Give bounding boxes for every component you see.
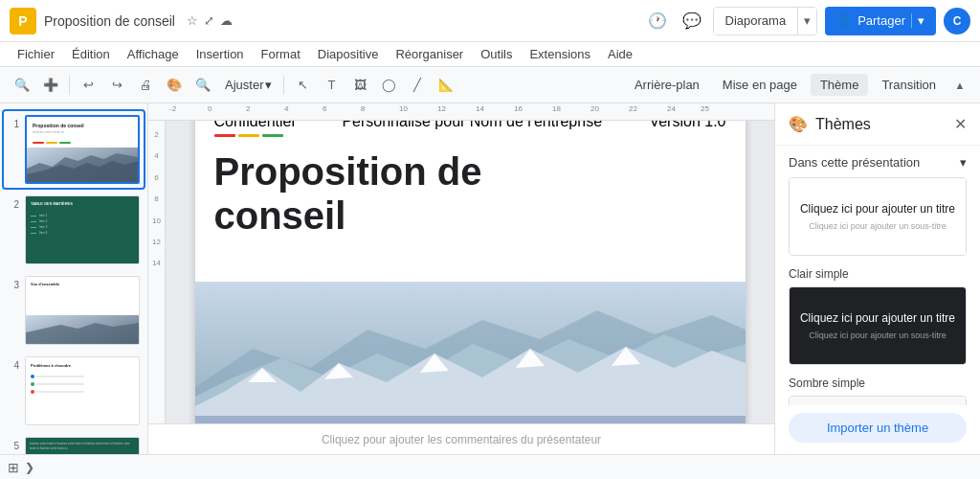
canvas-with-ruler: 2 4 6 8 10 12 14 Confidentiel Personnali… (148, 121, 774, 423)
share-dropdown-arrow[interactable]: ▾ (911, 13, 924, 28)
theme-light-sub: Cliquez ici pour ajouter un sous-titre (809, 221, 947, 231)
grid-icon[interactable]: ⊞ (8, 460, 19, 475)
comments-placeholder: Cliquez pour ajouter les commentaires du… (322, 433, 601, 446)
theme-preview-minimal: Cliquez ici pour ajouter un titre (790, 397, 966, 405)
top-bar: P Proposition de conseil ☆ ⤢ ☁ 🕐 💬 Diapo… (0, 0, 980, 42)
slide-item-5[interactable]: 5 Insérez votre texte ici Insérez votre … (4, 433, 144, 454)
star-icon[interactable]: ☆ (187, 13, 198, 28)
history-button[interactable]: 🕐 (644, 8, 671, 34)
theme-card-light[interactable]: Cliquez ici pour ajouter un titre Clique… (789, 177, 967, 256)
slide-thumb-1: Proposition de conseil Insérez votre tex… (25, 115, 140, 184)
slide-number-3: 3 (8, 280, 19, 290)
zoom-in-button[interactable]: 🔍 (10, 73, 34, 98)
slide-item-3[interactable]: 3 Vue d'ensemble (4, 272, 144, 349)
slide-item-1[interactable]: 1 Proposition de conseil Insérez votre t… (4, 111, 144, 188)
theme-label-dark: Sombre simple (789, 373, 967, 396)
menu-item-extensions[interactable]: Extensions (522, 45, 598, 63)
move-icon[interactable]: ⤢ (204, 13, 214, 28)
print-button[interactable]: 🖨 (133, 73, 158, 98)
app-icon: P (10, 8, 36, 34)
share-button[interactable]: 👤 Partager ▾ (825, 7, 936, 35)
slide-header-right: Version 1.0 (649, 121, 725, 130)
slide-canvas-wrap: Confidentiel Personnalisé pour Nom de l'… (166, 121, 774, 423)
slide-thumb-2: TABLE DES MATIÈRES Item 1 Item 2 Item 3 … (25, 195, 140, 264)
comment-tool[interactable]: 📐 (434, 73, 458, 98)
zoom-selector[interactable]: Ajuster ▾ (219, 76, 278, 94)
slide-title-line1: Proposition de (214, 149, 482, 194)
menu-item-affichage[interactable]: Affichage (120, 45, 187, 63)
slide-accent-line (214, 134, 283, 137)
themes-body: Dans cette présentation ▾ Cliquez ici po… (775, 146, 980, 405)
toolbar-tab-arriere-plan[interactable]: Arrière-plan (625, 74, 709, 96)
slide-number-2: 2 (8, 199, 19, 210)
slide-thumb-5: Insérez votre texte ici Insérez votre te… (25, 437, 140, 454)
slide-item-4[interactable]: 4 Problèmes à résoudre (4, 353, 144, 429)
accent-red (214, 134, 235, 137)
themes-section-arrow: ▾ (960, 155, 967, 170)
slideshow-arrow-button[interactable]: ▾ (797, 8, 816, 34)
toolbar-divider-1 (69, 76, 70, 95)
menu-item-reorganiser[interactable]: Réorganiser (388, 45, 471, 63)
shape-tool[interactable]: ◯ (376, 73, 401, 98)
theme-dark-title: Cliquez ici pour ajouter un titre (800, 311, 955, 327)
menu-bar: Fichier Édition Affichage Insertion Form… (0, 42, 980, 67)
theme-preview-light: Cliquez ici pour ajouter un titre Clique… (790, 178, 966, 255)
share-icon: 👤 (836, 13, 852, 28)
menu-item-insertion[interactable]: Insertion (189, 45, 252, 63)
themes-footer: Importer un thème (775, 405, 980, 454)
theme-dark-sub: Cliquez ici pour ajouter un sous-titre (809, 331, 947, 340)
menu-item-aide[interactable]: Aide (600, 45, 640, 63)
ruler-horizontal: -2 0 2 4 6 8 10 12 14 16 18 20 22 24 25 (148, 103, 774, 121)
toolbar-tab-transition[interactable]: Transition (872, 74, 946, 96)
redo-button[interactable]: ↪ (104, 73, 129, 98)
comments-bar[interactable]: Cliquez pour ajouter les commentaires du… (148, 423, 774, 454)
themes-header: 🎨 Thèmes ✕ (775, 103, 980, 146)
slide-header-center: Personnalisé pour Nom de l'entreprise (342, 121, 602, 130)
slide-item-2[interactable]: 2 TABLE DES MATIÈRES Item 1 Item 2 Item … (4, 192, 144, 268)
text-tool[interactable]: T (319, 73, 344, 98)
menu-item-edition[interactable]: Édition (64, 45, 118, 63)
import-theme-button[interactable]: Importer un thème (789, 413, 967, 443)
slideshow-dropdown: Diaporama ▾ (713, 7, 818, 35)
select-tool[interactable]: ↖ (290, 73, 315, 98)
theme-card-dark[interactable]: Cliquez ici pour ajouter un titre Clique… (789, 286, 967, 365)
toolbar-tab-mise-en-page[interactable]: Mise en page (713, 74, 807, 96)
zoom-arrow: ▾ (265, 78, 272, 92)
top-right: 🕐 💬 Diaporama ▾ 👤 Partager ▾ C (644, 7, 970, 35)
undo-button[interactable]: ↩ (76, 73, 100, 98)
nav-arrow[interactable]: ❯ (25, 461, 34, 474)
avatar[interactable]: C (944, 8, 970, 34)
cloud-icon: ☁ (220, 13, 233, 28)
line-tool[interactable]: ╱ (405, 73, 430, 98)
zoom-out-button[interactable]: 🔍 (190, 73, 215, 98)
toolbar-collapse-button[interactable]: ▲ (949, 75, 970, 96)
bottom-bar: ⊞ ❯ (0, 454, 980, 479)
svg-rect-12 (195, 416, 746, 423)
canvas-area: -2 0 2 4 6 8 10 12 14 16 18 20 22 24 25 … (148, 103, 774, 454)
chat-button[interactable]: 💬 (679, 8, 705, 34)
slide-title-line2: conseil (214, 194, 482, 238)
theme-card-minimal[interactable]: Cliquez ici pour ajouter un titre (789, 396, 967, 405)
menu-item-format[interactable]: Format (254, 45, 308, 63)
menu-item-fichier[interactable]: Fichier (10, 45, 62, 63)
menu-item-outils[interactable]: Outils (473, 45, 520, 63)
slides-panel: 1 Proposition de conseil Insérez votre t… (0, 103, 148, 454)
themes-section-header[interactable]: Dans cette présentation ▾ (789, 146, 967, 177)
themes-close-button[interactable]: ✕ (954, 115, 967, 133)
menu-item-diapositive[interactable]: Diapositive (310, 45, 387, 63)
zoom-add-button[interactable]: ➕ (38, 73, 63, 98)
slide-bg-image (195, 282, 746, 423)
paint-format-button[interactable]: 🎨 (162, 73, 187, 98)
slide-header: Confidentiel Personnalisé pour Nom de l'… (214, 121, 726, 130)
theme-preview-dark: Cliquez ici pour ajouter un titre Clique… (790, 287, 966, 364)
image-tool[interactable]: 🖼 (347, 73, 372, 98)
toolbar-tab-theme[interactable]: Thème (811, 74, 868, 96)
slide-canvas[interactable]: Confidentiel Personnalisé pour Nom de l'… (195, 121, 746, 423)
toolbar-right: Arrière-plan Mise en page Thème Transiti… (625, 74, 970, 96)
slideshow-main-button[interactable]: Diaporama (714, 8, 798, 34)
themes-panel: 🎨 Thèmes ✕ Dans cette présentation ▾ Cli… (774, 103, 980, 454)
theme-label-light: Clair simple (789, 263, 967, 286)
mountain-svg (195, 282, 746, 423)
toolbar: 🔍 ➕ ↩ ↪ 🖨 🎨 🔍 Ajuster ▾ ↖ T 🖼 ◯ ╱ 📐 Arri… (0, 67, 980, 103)
share-label: Partager (858, 13, 905, 28)
